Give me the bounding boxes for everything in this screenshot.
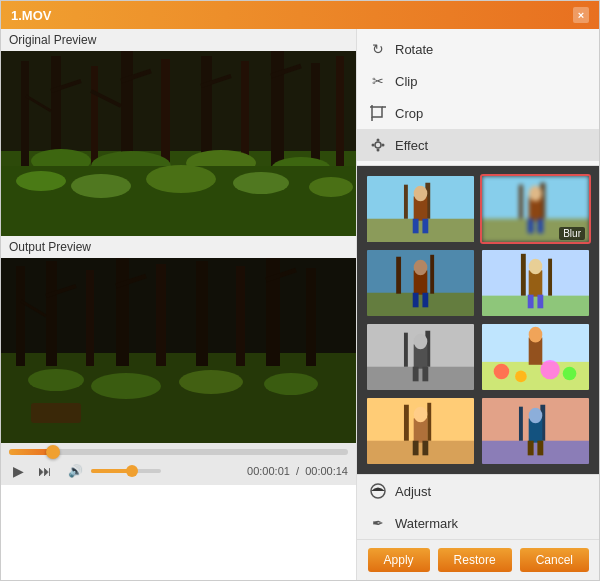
time-display: 00:00:01 / 00:00:14 xyxy=(247,465,348,477)
restore-button[interactable]: Restore xyxy=(438,548,512,572)
svg-rect-84 xyxy=(482,296,589,316)
original-preview xyxy=(1,51,356,236)
main-content: Original Preview xyxy=(1,29,599,580)
svg-point-80 xyxy=(414,260,428,276)
time-current: 00:00:01 xyxy=(247,465,290,477)
action-bar: Apply Restore Cancel xyxy=(357,539,599,580)
svg-point-45 xyxy=(91,373,161,399)
close-button[interactable]: × xyxy=(573,7,589,23)
seek-bar[interactable] xyxy=(9,449,348,455)
svg-rect-69 xyxy=(519,185,523,219)
tool-clip-label: Clip xyxy=(395,74,417,89)
effect-section: Blur xyxy=(357,166,599,474)
tool-effect-label: Effect xyxy=(395,138,428,153)
svg-rect-77 xyxy=(396,257,401,294)
svg-rect-81 xyxy=(413,293,419,308)
time-total: 00:00:14 xyxy=(305,465,348,477)
effect-3[interactable] xyxy=(365,248,476,318)
effect-bw[interactable] xyxy=(365,322,476,392)
volume-bar[interactable] xyxy=(91,469,161,473)
close-icon: × xyxy=(578,9,584,21)
svg-rect-74 xyxy=(537,219,543,234)
tool-crop[interactable]: Crop xyxy=(357,97,599,129)
rotate-icon: ↻ xyxy=(369,40,387,58)
svg-rect-109 xyxy=(404,405,409,441)
svg-rect-90 xyxy=(537,295,543,309)
svg-point-58 xyxy=(382,144,385,147)
svg-rect-78 xyxy=(430,255,434,294)
effect-6[interactable] xyxy=(480,322,591,392)
tool-rotate-label: Rotate xyxy=(395,42,433,57)
effect-normal[interactable] xyxy=(365,174,476,244)
apply-button[interactable]: Apply xyxy=(368,548,430,572)
svg-rect-65 xyxy=(413,219,419,234)
svg-rect-92 xyxy=(367,367,474,390)
svg-point-72 xyxy=(529,186,543,202)
original-label: Original Preview xyxy=(1,29,356,51)
svg-point-102 xyxy=(515,371,527,383)
blur-label: Blur xyxy=(559,227,585,240)
volume-thumb[interactable] xyxy=(126,465,138,477)
crop-icon xyxy=(369,104,387,122)
effect-4[interactable] xyxy=(480,248,591,318)
svg-rect-60 xyxy=(367,219,474,242)
svg-point-23 xyxy=(16,171,66,191)
play-button[interactable]: ▶ xyxy=(9,461,28,481)
left-panel: Original Preview xyxy=(1,29,356,580)
svg-rect-48 xyxy=(31,403,81,423)
svg-rect-117 xyxy=(519,407,523,441)
svg-rect-49 xyxy=(372,107,382,117)
svg-rect-89 xyxy=(528,295,534,309)
svg-point-57 xyxy=(372,144,375,147)
seek-thumb[interactable] xyxy=(46,445,60,459)
svg-rect-110 xyxy=(427,403,431,441)
tools-list: ↻ Rotate ✂ Clip xyxy=(357,29,599,166)
titlebar: 1.MOV × xyxy=(1,1,599,29)
step-forward-button[interactable]: ⏭ xyxy=(34,461,56,481)
svg-rect-122 xyxy=(537,441,543,456)
controls-bar: ▶ ⏭ 🔊 00:00:01 / 00:00:14 xyxy=(1,443,356,485)
svg-point-44 xyxy=(28,369,84,391)
svg-rect-121 xyxy=(528,441,534,456)
svg-rect-82 xyxy=(422,293,428,308)
volume-icon[interactable]: 🔊 xyxy=(64,462,87,480)
svg-point-64 xyxy=(414,186,428,202)
bottom-tools: Adjust ✒ Watermark xyxy=(357,474,599,539)
effect-blur[interactable]: Blur xyxy=(480,174,591,244)
svg-point-26 xyxy=(233,172,289,194)
svg-rect-2 xyxy=(21,61,29,181)
svg-point-54 xyxy=(375,142,381,148)
output-label: Output Preview xyxy=(1,236,356,258)
effect-8[interactable] xyxy=(480,396,591,466)
svg-point-106 xyxy=(529,327,543,343)
svg-rect-116 xyxy=(482,441,589,464)
tool-adjust[interactable]: Adjust xyxy=(357,475,599,507)
svg-rect-87 xyxy=(529,270,543,296)
seek-fill xyxy=(9,449,50,455)
svg-rect-114 xyxy=(422,441,428,456)
effect-7[interactable] xyxy=(365,396,476,466)
svg-point-88 xyxy=(529,259,543,275)
clip-icon: ✂ xyxy=(369,72,387,90)
svg-point-55 xyxy=(377,139,380,142)
svg-rect-85 xyxy=(521,254,526,296)
svg-point-25 xyxy=(146,165,216,193)
tool-clip[interactable]: ✂ Clip xyxy=(357,65,599,97)
svg-point-27 xyxy=(309,177,353,197)
main-window: 1.MOV × Original Preview xyxy=(0,0,600,581)
svg-point-46 xyxy=(179,370,243,394)
svg-rect-98 xyxy=(422,367,428,382)
svg-point-112 xyxy=(414,407,428,423)
svg-point-47 xyxy=(264,373,318,395)
effect-icon xyxy=(369,136,387,154)
svg-rect-113 xyxy=(413,441,419,456)
tool-watermark[interactable]: ✒ Watermark xyxy=(357,507,599,539)
right-panel: ↻ Rotate ✂ Clip xyxy=(356,29,599,580)
svg-rect-61 xyxy=(404,185,408,219)
svg-rect-93 xyxy=(404,333,408,367)
cancel-button[interactable]: Cancel xyxy=(520,548,589,572)
adjust-icon xyxy=(369,482,387,500)
tool-effect[interactable]: Effect xyxy=(357,129,599,161)
svg-point-103 xyxy=(540,360,559,379)
tool-rotate[interactable]: ↻ Rotate xyxy=(357,33,599,65)
